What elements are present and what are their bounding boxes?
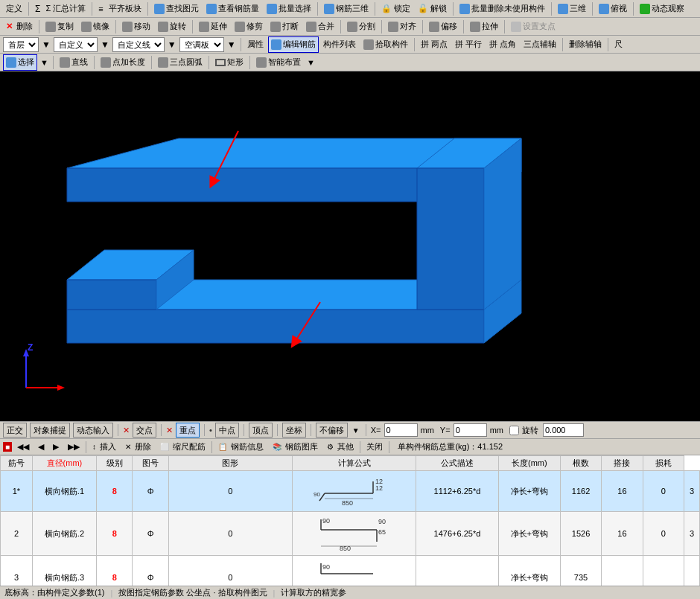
btn-3d[interactable]: 三维 xyxy=(555,1,589,17)
btn-point-length[interactable]: 点加长度 xyxy=(98,54,148,71)
sep3 xyxy=(147,2,148,16)
btn-split[interactable]: 分割 xyxy=(344,19,378,35)
table-header-row: 筋号 直径(mm) 级别 图号 图形 计算公式 公式描述 长度(mm) 根数 搭… xyxy=(1,456,700,471)
sep7 xyxy=(551,2,552,16)
btn-object-snap[interactable]: 对象捕提 xyxy=(30,423,70,438)
line-select[interactable]: 自定义线 xyxy=(112,37,165,52)
x-input[interactable] xyxy=(384,423,418,437)
btn-dynamic-input[interactable]: 动态输入 xyxy=(73,423,113,438)
btn-nav-next[interactable]: ▶ xyxy=(49,440,63,455)
x-label: X= xyxy=(371,426,381,435)
btn-vertex[interactable]: 顶点 xyxy=(249,423,273,438)
btn-point-angle[interactable]: 拼 点角 xyxy=(486,36,519,53)
viewport[interactable]: Z xyxy=(0,71,700,421)
btn-stretch[interactable]: 拉伸 xyxy=(467,19,501,35)
btn-top-view[interactable]: 俯视 xyxy=(596,1,630,17)
btn-nav-first[interactable]: ◀◀ xyxy=(13,440,33,455)
sep2 xyxy=(92,2,92,16)
y-input[interactable] xyxy=(454,423,487,437)
element-select[interactable]: 空调板 xyxy=(179,37,224,52)
btn-offset[interactable]: 偏移 xyxy=(426,19,460,35)
btn-line[interactable]: 直线 xyxy=(57,54,91,71)
cell-length: 735 xyxy=(560,556,601,586)
btn-close-panel[interactable]: 关闭 xyxy=(363,440,386,455)
cell-diameter: 8 xyxy=(96,471,132,512)
sep13 xyxy=(340,20,341,33)
btn-two-point[interactable]: 拼 两点 xyxy=(418,36,451,53)
btn-level-board[interactable]: ≡ 平齐板块 xyxy=(95,1,144,17)
btn-view-rebar[interactable]: 查看钢筋量 xyxy=(203,1,262,17)
btn-find-element[interactable]: 查找图元 xyxy=(151,1,202,17)
btn-smart-layout[interactable]: 智能布置 xyxy=(253,54,304,71)
table-row[interactable]: 2 横向钢筋.2 8 Φ 0 65 xyxy=(1,512,700,556)
btn-mirror[interactable]: 镜像 xyxy=(78,19,112,35)
btn-select[interactable]: 选择 xyxy=(3,54,37,71)
btn-delete-axis[interactable]: 删除辅轴 xyxy=(566,36,605,53)
btn-component-list[interactable]: 构件列表 xyxy=(320,36,359,53)
svg-text:850: 850 xyxy=(342,499,353,507)
floor-select[interactable]: 首层 xyxy=(3,37,39,52)
btn-dynamic-view[interactable]: 动态观察 xyxy=(637,1,687,17)
cell-count: 16 xyxy=(602,512,643,556)
btn-midpoint[interactable]: 重点 xyxy=(176,423,200,438)
svg-text:12: 12 xyxy=(375,484,383,492)
menu-define[interactable]: 定义 xyxy=(3,1,25,17)
sep8 xyxy=(592,2,593,16)
table-container[interactable]: 筋号 直径(mm) 级别 图号 图形 计算公式 公式描述 长度(mm) 根数 搭… xyxy=(0,455,700,586)
btn-edit-rebar[interactable]: 编辑钢筋 xyxy=(268,36,319,53)
btn-batch-delete[interactable]: 批量删除未使用构件 xyxy=(456,1,548,17)
btn-nav-prev[interactable]: ◀ xyxy=(34,440,48,455)
cell-desc: 净长+弯钩 xyxy=(498,471,560,512)
rebar-table: 筋号 直径(mm) 级别 图号 图形 计算公式 公式描述 长度(mm) 根数 搭… xyxy=(0,455,700,586)
btn-ruler[interactable]: 尺 xyxy=(611,36,626,53)
btn-copy[interactable]: 复制 xyxy=(42,19,77,35)
btn-set-pivot[interactable]: 设置支点 xyxy=(508,19,559,35)
table-row[interactable]: 1* 横向钢筋.1 8 Φ 0 xyxy=(1,471,700,512)
rotate-input[interactable] xyxy=(543,423,584,437)
btn-scale-rebar[interactable]: ⬜ 缩尺配筋 xyxy=(156,440,209,455)
btn-delete[interactable]: ✕ 删除 xyxy=(3,19,36,35)
table-row[interactable]: 3 横向钢筋.3 8 Φ 0 90 850 xyxy=(1,556,700,586)
btn-red-close[interactable]: ■ xyxy=(3,442,12,452)
btn-merge[interactable]: 合并 xyxy=(303,19,337,35)
cell-formula: 1476+6.25*d xyxy=(416,512,499,556)
btn-rebar-3d[interactable]: 钢筋三维 xyxy=(321,1,372,17)
btn-no-offset[interactable]: 不偏移 xyxy=(316,423,348,438)
btn-rect[interactable]: 矩形 xyxy=(212,54,246,71)
btn-align[interactable]: 对齐 xyxy=(385,19,419,35)
btn-summary-calc[interactable]: Σ Σ 汇总计算 xyxy=(32,1,89,17)
btn-move[interactable]: 移动 xyxy=(119,19,153,35)
btn-rebar-library[interactable]: 📚 钢筋图库 xyxy=(269,440,322,455)
info-sep1: | xyxy=(110,589,112,598)
info-text-3: 计算取方的精宽参 xyxy=(281,587,346,598)
btn-extend[interactable]: 延伸 xyxy=(196,19,230,35)
toolbar-row-1: 定义 Σ Σ 汇总计算 ≡ 平齐板块 查找图元 查看钢筋量 批量选择 钢筋三维 … xyxy=(0,0,700,18)
btn-parallel[interactable]: 拼 平行 xyxy=(452,36,485,53)
btn-data-delete[interactable]: ✕ 册除 xyxy=(121,440,155,455)
btn-center-point[interactable]: 中点 xyxy=(215,423,239,438)
btn-intersection[interactable]: 交点 xyxy=(133,423,156,438)
svg-marker-19 xyxy=(57,385,65,391)
rotate-checkbox[interactable] xyxy=(509,426,519,435)
data-panel: ■ ◀◀ ◀ ▶ ▶▶ ↕ 插入 ✕ 册除 ⬜ 缩尺配筋 📋 钢筋信息 📚 钢筋… xyxy=(0,439,700,599)
btn-trim[interactable]: 修剪 xyxy=(232,19,266,35)
btn-rebar-info[interactable]: 📋 钢筋信息 xyxy=(214,440,267,455)
btn-three-arc[interactable]: 三点圆弧 xyxy=(155,54,206,71)
type-select[interactable]: 自定义 xyxy=(54,37,98,52)
btn-coordinate[interactable]: 坐标 xyxy=(282,423,306,438)
svg-line-14 xyxy=(294,302,320,343)
btn-properties[interactable]: 属性 xyxy=(244,36,267,53)
btn-batch-select[interactable]: 批量选择 xyxy=(264,1,314,17)
btn-break[interactable]: 打断 xyxy=(267,19,302,35)
btn-unlock[interactable]: 🔓 解锁 xyxy=(415,1,450,17)
cell-diagram: 90 850 xyxy=(292,556,416,586)
axis-svg: Z xyxy=(11,343,71,403)
btn-orthogonal[interactable]: 正交 xyxy=(3,423,27,438)
btn-rotate[interactable]: 旋转 xyxy=(155,19,189,35)
btn-nav-last[interactable]: ▶▶ xyxy=(64,440,83,455)
btn-pick-component[interactable]: 拾取构件 xyxy=(360,36,411,53)
btn-three-point-axis[interactable]: 三点辅轴 xyxy=(521,36,559,53)
btn-other[interactable]: ⚙ 其他 xyxy=(323,440,357,455)
btn-lock[interactable]: 🔒 锁定 xyxy=(378,1,413,17)
btn-insert[interactable]: ↕ 插入 xyxy=(89,440,120,455)
